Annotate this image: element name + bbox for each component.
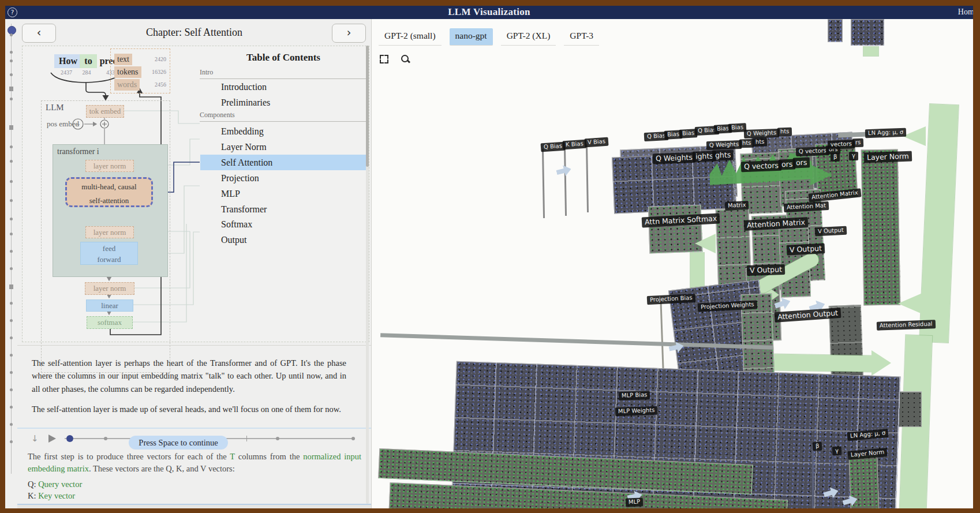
chapter-timeline[interactable] [5,19,17,508]
toc-item-embedding[interactable]: Embedding [200,123,367,139]
timeline-marker-square[interactable] [9,87,13,91]
llm-label: LLM [46,103,64,113]
timeline-marker-dot[interactable] [10,199,13,202]
download-arrow-icon[interactable]: ↓ [31,433,39,444]
toc-item-output[interactable]: Output [200,232,367,248]
self-attention-block[interactable]: multi-head, causal self-attention [65,177,153,207]
feed-forward-line1: feed [81,243,137,254]
timeline-marker-dot[interactable] [10,145,13,148]
timeline-marker-dot[interactable] [10,180,13,183]
timeline-marker-dot[interactable] [10,423,13,426]
layer-norm-2-block[interactable]: layer norm [85,226,134,238]
timeline-marker-dot[interactable] [10,250,13,253]
timeline-marker-dot[interactable] [10,388,13,391]
overview-card: ~ How2437to284predict4331 text2420tokens… [22,46,369,342]
timeline-marker-dot[interactable] [10,73,13,76]
layer-norm-column[interactable] [861,149,901,305]
slider-marker-tick[interactable] [246,436,248,441]
step-text-segment: . These vectors are the Q, K, and V vect… [89,464,235,473]
model-3d-scene[interactable]: Q BiasK BiasV BiasQ BiasBiasBiasQ BiasBi… [372,19,973,508]
next-chapter-button[interactable]: › [332,24,366,43]
timeline-marker-dot[interactable] [10,33,13,36]
model-view-panel: Q BiasK BiasV BiasQ BiasBiasBiasQ BiasBi… [371,19,973,508]
scene-label-q-bias: Q Bias [541,142,566,152]
guide-scrollbar-thumb[interactable] [366,46,369,167]
vector-definition: Q: Query vector [28,480,351,489]
fullscreen-icon[interactable] [380,55,388,63]
app: ? LLM Visualization Home ‹ Chapter: Self… [5,6,973,508]
beta-pole[interactable] [812,445,814,508]
token-id: 284 [80,69,93,76]
toc-item-self-attention[interactable]: Self Attention [200,155,367,170]
tab-gpt-2-xl-[interactable]: GPT-2 (XL) [501,28,556,46]
timeline-marker-dot[interactable] [10,440,13,443]
q-bias-pole[interactable] [542,149,545,218]
tab-nano-gpt[interactable]: nano-gpt [450,28,493,46]
attn-softmax-matrix[interactable] [648,204,703,253]
feed-forward-block[interactable]: feed forward [80,242,138,265]
scene-label-q-weights: Q Weights [706,140,742,150]
timeline-marker-dot[interactable] [10,160,13,163]
timeline-marker-dot[interactable] [10,319,13,322]
timeline-marker-dot[interactable] [10,233,13,235]
home-link[interactable]: Home [958,8,973,17]
layer-norm-1-block[interactable]: layer norm [85,160,134,172]
k-bias-pole[interactable] [564,147,567,216]
token-levels-box: text2420tokens16326words2456 [110,48,170,93]
softmax-block[interactable]: softmax [87,316,133,329]
prev-chapter-button[interactable]: ‹ [22,24,56,43]
timeline-marker-dot[interactable] [10,218,13,220]
level-count: 16326 [152,66,166,78]
timeline-marker-dot[interactable] [10,371,13,374]
slider-marker-current[interactable] [66,435,73,442]
scene-label-q-vectors: Q vectors [741,160,782,172]
chapter-title: Chapter: Self Attention [69,27,319,39]
timeline-marker-dot[interactable] [10,51,13,54]
layer-norm-3-block[interactable]: layer norm [85,282,134,295]
v-bias-pole[interactable] [586,144,589,212]
vector-prefix: K: [28,491,38,500]
scene-label-v-bias: V Bias [585,137,609,147]
level-label: text [114,54,132,65]
play-icon[interactable] [48,435,56,443]
toc-item-layer-norm[interactable]: Layer Norm [200,139,367,155]
linear-block[interactable]: linear [86,299,133,312]
scene-label-q-vectors: Q vectors [796,147,829,156]
transformer-label: transformer i [57,147,99,156]
timeline-marker-dot[interactable] [10,336,13,339]
level-count: 2456 [155,79,166,91]
tab-gpt-3[interactable]: GPT-3 [564,28,599,46]
slider-marker-dot[interactable] [351,437,355,440]
timeline-marker-dot[interactable] [10,98,13,100]
timeline-marker-square[interactable] [9,284,13,289]
timeline-marker-square[interactable] [9,125,13,130]
timeline-marker-dot[interactable] [10,354,13,357]
flow-arrow-right [871,350,891,376]
vector-link[interactable]: Key vector [38,491,75,500]
search-icon[interactable] [401,55,410,64]
tok-embed-block[interactable]: tok embed [86,105,124,118]
level-count: 2420 [155,54,166,65]
slider-marker-dot[interactable] [104,437,107,440]
scene-label-hts: hts [739,139,754,148]
pos-embed-label: pos embed [47,119,79,129]
flow-arrow-left [898,293,923,314]
timeline-marker-dot[interactable] [10,59,13,62]
toc-item-transformer[interactable]: Transformer [200,201,367,217]
toc-item-mlp[interactable]: MLP [200,186,367,201]
toc-item-softmax[interactable]: Softmax [200,216,367,232]
timeline-marker-dot[interactable] [10,267,13,270]
timeline-marker-dot[interactable] [10,302,13,305]
toc-item-introduction[interactable]: Introduction [200,79,367,95]
matrix-block[interactable] [828,19,843,42]
vector-link[interactable]: Query vector [38,480,82,489]
timeline-marker-dot[interactable] [10,406,13,409]
scene-label-hts: hts [753,138,768,147]
toc-item-projection[interactable]: Projection [200,170,367,186]
toc-item-preliminaries[interactable]: Preliminaries [200,95,367,110]
gamma-pole[interactable] [832,450,834,508]
tab-gpt-2-small-[interactable]: GPT-2 (small) [379,28,442,46]
guide-scrollbar[interactable] [366,46,369,504]
view-toolbar [380,55,410,64]
matrix-block[interactable] [851,19,884,46]
